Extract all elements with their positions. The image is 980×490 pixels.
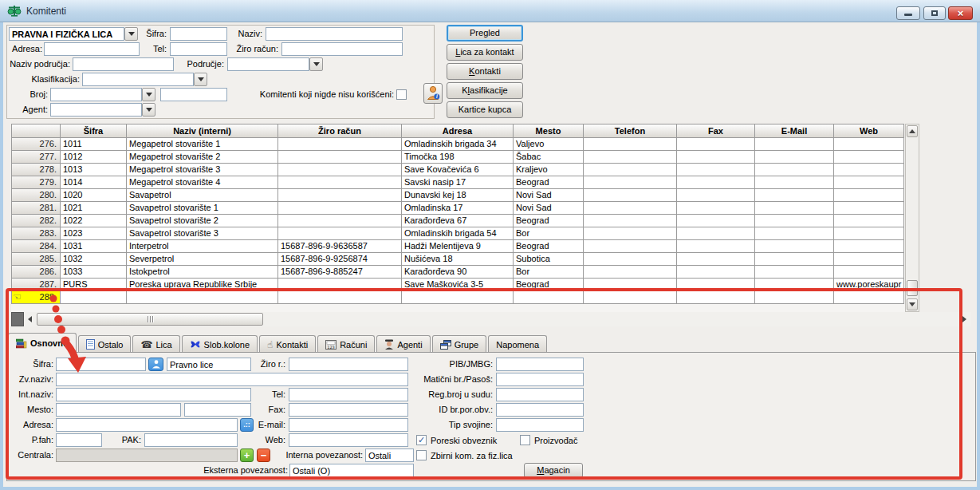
maticni-input[interactable] — [496, 373, 584, 386]
detail-adresa-input[interactable] — [56, 418, 238, 432]
cell-sifra[interactable]: 1021 — [61, 201, 127, 215]
cell-ziro[interactable] — [278, 290, 402, 304]
cell-adresa[interactable]: Omladinska 17 — [402, 201, 514, 215]
row-number[interactable]: 285. — [11, 252, 61, 266]
row-number[interactable]: 277. — [11, 150, 61, 164]
cell-web[interactable] — [834, 150, 904, 164]
cell-naziv[interactable]: Megapetrol stovarište 3 — [127, 163, 278, 176]
kontakti-button[interactable]: Kontakti — [447, 63, 523, 80]
cell-telefon[interactable] — [584, 163, 677, 176]
cell-naziv[interactable]: Megapetrol stovarište 2 — [127, 150, 278, 164]
cell-email[interactable] — [755, 252, 834, 266]
cell-ziro[interactable] — [278, 137, 402, 151]
cell-ziro[interactable] — [278, 227, 402, 240]
broj-value-input[interactable] — [160, 88, 227, 101]
cell-email[interactable] — [755, 176, 834, 189]
cell-email[interactable] — [755, 201, 834, 215]
cell-adresa[interactable] — [402, 290, 514, 304]
scroll-left-button[interactable] — [25, 313, 35, 326]
cell-adresa[interactable]: Save Maškovića 3-5 — [402, 278, 514, 291]
cell-adresa[interactable]: Omladinskih brigada 34 — [402, 137, 514, 151]
splitter-box[interactable] — [11, 312, 24, 326]
cell-mesto[interactable]: Šabac — [514, 150, 584, 164]
cell-naziv[interactable]: Savapetrol stovarište 2 — [127, 214, 278, 227]
cell-sifra[interactable]: 1013 — [61, 163, 127, 176]
cell-web[interactable] — [834, 290, 904, 304]
cell-sifra[interactable] — [61, 290, 127, 304]
cell-web[interactable] — [834, 252, 904, 266]
table-row[interactable]: ☜288. — [11, 291, 919, 304]
podrucje-select[interactable] — [227, 57, 309, 71]
scroll-right-button[interactable] — [959, 313, 970, 326]
row-number[interactable]: 276. — [11, 137, 61, 151]
cell-adresa[interactable]: Nušićeva 18 — [402, 252, 514, 266]
cell-ziro[interactable] — [278, 188, 402, 202]
cell-naziv[interactable]: Poreska uprava Republike Srbije — [127, 278, 278, 291]
int-naziv-input[interactable] — [56, 388, 251, 401]
naziv-podrucja-input[interactable] — [73, 57, 174, 71]
sifra-filter-input[interactable] — [170, 27, 227, 41]
scroll-down-button[interactable] — [907, 298, 918, 310]
tip-svojine-input[interactable] — [496, 418, 584, 432]
klasifikacija-select[interactable] — [82, 73, 194, 86]
detail-mesto-input[interactable] — [56, 403, 181, 417]
tab-ostalo[interactable]: Ostalo — [78, 335, 132, 353]
cell-ziro[interactable]: 15687-896-9-885247 — [278, 265, 402, 279]
cell-mesto[interactable]: Bor — [514, 265, 584, 279]
cell-telefon[interactable] — [584, 188, 677, 202]
cell-sifra[interactable]: 1012 — [61, 150, 127, 164]
tab-slob-kolone[interactable]: Slob.kolone — [182, 335, 258, 353]
column-header[interactable]: E-Mail — [755, 124, 834, 138]
zv-naziv-input[interactable] — [56, 373, 408, 386]
cell-web[interactable] — [834, 201, 904, 215]
cell-naziv[interactable]: Interpetrol — [127, 239, 278, 253]
cell-telefon[interactable] — [584, 265, 677, 279]
cell-naziv[interactable]: Megapetrol stovarište 1 — [127, 137, 278, 151]
cell-fax[interactable] — [677, 137, 755, 151]
horizontal-scrollbar[interactable] — [11, 312, 971, 326]
table-row[interactable]: 276.1011Megapetrol stovarište 1Omladinsk… — [11, 138, 919, 151]
cell-sifra[interactable]: 1033 — [61, 265, 127, 279]
restore-button[interactable] — [923, 6, 946, 20]
broj-dropdown-button[interactable] — [142, 88, 155, 101]
agent-select[interactable] — [50, 103, 142, 117]
cell-email[interactable] — [755, 163, 834, 176]
cell-telefon[interactable] — [584, 176, 677, 189]
naziv-filter-input[interactable] — [266, 27, 403, 41]
cell-adresa[interactable]: Omladinskih brigada 54 — [402, 227, 514, 240]
cell-sifra[interactable]: 1022 — [61, 214, 127, 227]
cell-naziv[interactable]: Savapetrol stovarište 3 — [127, 227, 278, 240]
cell-email[interactable] — [755, 265, 834, 279]
cell-sifra[interactable]: 1011 — [61, 137, 127, 151]
cell-sifra[interactable]: 1023 — [61, 227, 127, 240]
row-number[interactable]: 281. — [11, 201, 61, 215]
ziro-racun-filter-input[interactable] — [281, 42, 403, 56]
row-number[interactable]: 283. — [11, 227, 61, 240]
cell-telefon[interactable] — [584, 252, 677, 266]
tab-osnovno[interactable]: Osnovno — [8, 333, 77, 353]
column-header[interactable]: Fax — [677, 124, 755, 138]
cell-telefon[interactable] — [584, 278, 677, 291]
cell-telefon[interactable] — [584, 290, 677, 304]
agent-dropdown-button[interactable] — [142, 103, 155, 117]
cell-sifra[interactable]: PURS — [61, 278, 127, 291]
cell-fax[interactable] — [677, 163, 755, 176]
proizvodjac-checkbox[interactable] — [520, 435, 530, 445]
row-number[interactable]: 280. — [11, 188, 61, 202]
cell-ziro[interactable]: 15687-896-9-9256874 — [278, 252, 402, 266]
cell-email[interactable] — [755, 239, 834, 253]
pak-input[interactable] — [144, 433, 238, 447]
cell-fax[interactable] — [677, 278, 755, 291]
broj-select[interactable] — [50, 88, 142, 101]
cell-naziv[interactable] — [127, 290, 278, 304]
cell-ziro[interactable]: 15687-896-9-9636587 — [278, 239, 402, 253]
vertical-scroll-thumb[interactable] — [907, 280, 918, 296]
table-row[interactable]: 284.1031Interpetrol15687-896-9-9636587Ha… — [11, 240, 919, 253]
cell-adresa[interactable]: Dunavski kej 18 — [402, 188, 514, 202]
cell-web[interactable] — [834, 188, 904, 202]
tab-lica[interactable]: ☎Lica — [132, 335, 179, 353]
row-number[interactable]: 282. — [11, 214, 61, 227]
row-number[interactable]: 278. — [11, 163, 61, 176]
column-header[interactable]: Web — [834, 124, 904, 138]
tab-grupe[interactable]: Grupe — [432, 335, 487, 353]
